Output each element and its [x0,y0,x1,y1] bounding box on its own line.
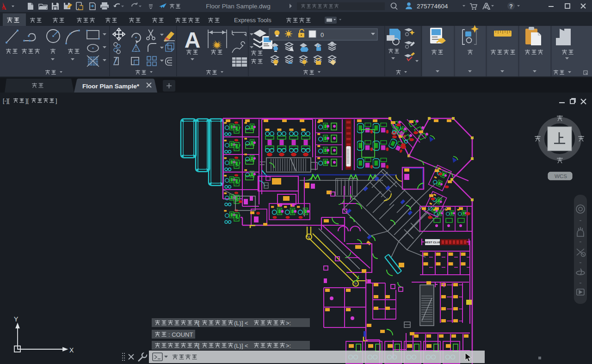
svg-text:Y: Y [14,315,18,323]
svg-text:WCS: WCS [555,173,567,179]
svg-text:275774604: 275774604 [417,3,448,10]
svg-text:X: X [69,346,74,354]
svg-text:A: A [185,28,201,52]
svg-text:[: [ [198,320,200,327]
svg-text:]: ] [56,98,57,104]
svg-text:>:: >: [286,342,291,349]
svg-text:Express Tools: Express Tools [234,17,271,24]
svg-text:[-][: [-][ [3,98,10,104]
svg-text:Floor Plan Sample.dwg: Floor Plan Sample.dwg [206,3,271,10]
svg-text:?: ? [509,3,512,10]
svg-text:WEST CLUB: WEST CLUB [424,241,441,244]
svg-text:][: ][ [25,98,29,104]
svg-text:Floor Plan Sample*: Floor Plan Sample* [82,83,140,90]
svg-text:>:: >: [286,320,291,327]
svg-text:(L)] <: (L)] < [234,342,248,349]
svg-text:(L)] <: (L)] < [234,320,248,327]
svg-text:[: [ [198,342,200,349]
svg-text:0: 0 [321,31,324,38]
svg-text:: COUNT: : COUNT [168,331,193,338]
